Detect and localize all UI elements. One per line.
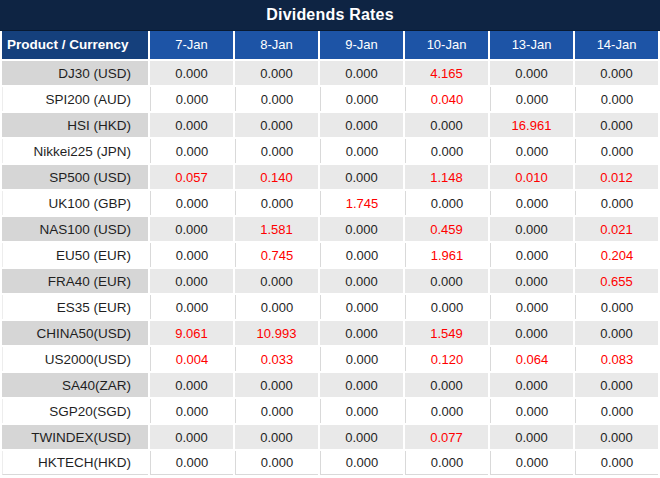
- value-cell: 0.040: [405, 87, 488, 111]
- table-row: ES35 (EUR)0.0000.0000.0000.0000.0000.000: [2, 295, 658, 319]
- value-cell: 0.000: [405, 451, 488, 475]
- rates-table: DJ30 (USD)0.0000.0000.0004.1650.0000.000…: [0, 59, 660, 477]
- value-cell: 0.000: [575, 139, 658, 163]
- value-cell: 0.000: [490, 373, 573, 397]
- rates-table-body: DJ30 (USD)0.0000.0000.0004.1650.0000.000…: [2, 61, 658, 475]
- value-cell: 0.000: [320, 61, 403, 85]
- value-cell: 0.000: [150, 217, 233, 241]
- product-cell: Nikkei225 (JPN): [2, 139, 148, 163]
- value-cell: 0.000: [490, 139, 573, 163]
- value-cell: 0.000: [235, 191, 318, 215]
- value-cell: 0.000: [235, 295, 318, 319]
- table-row: TWINDEX(USD)0.0000.0000.0000.0770.0000.0…: [2, 425, 658, 449]
- value-cell: 1.581: [235, 217, 318, 241]
- table-row: SP500 (USD)0.0570.1400.0001.1480.0100.01…: [2, 165, 658, 189]
- value-cell: 0.000: [235, 269, 318, 293]
- value-cell: 0.000: [235, 399, 318, 423]
- table-row: Nikkei225 (JPN)0.0000.0000.0000.0000.000…: [2, 139, 658, 163]
- value-cell: 0.000: [235, 61, 318, 85]
- value-cell: 0.000: [490, 451, 573, 475]
- value-cell: 0.000: [320, 347, 403, 371]
- value-cell: 0.000: [150, 425, 233, 449]
- value-cell: 0.000: [575, 425, 658, 449]
- value-cell: 0.000: [320, 269, 403, 293]
- value-cell: 0.000: [320, 139, 403, 163]
- table-row: HKTECH(HKD)0.0000.0000.0000.0000.0000.00…: [2, 451, 658, 475]
- value-cell: 0.000: [235, 139, 318, 163]
- product-cell: SA40(ZAR): [2, 373, 148, 397]
- value-cell: 0.120: [405, 347, 488, 371]
- value-cell: 0.000: [575, 295, 658, 319]
- value-cell: 0.000: [320, 451, 403, 475]
- product-cell: US2000(USD): [2, 347, 148, 371]
- value-cell: 0.000: [150, 113, 233, 137]
- product-cell: SPI200 (AUD): [2, 87, 148, 111]
- value-cell: 0.000: [490, 269, 573, 293]
- value-cell: 0.000: [320, 321, 403, 345]
- value-cell: 16.961: [490, 113, 573, 137]
- product-cell: HKTECH(HKD): [2, 451, 148, 475]
- value-cell: 0.021: [575, 217, 658, 241]
- table-row: FRA40 (EUR)0.0000.0000.0000.0000.0000.65…: [2, 269, 658, 293]
- value-cell: 0.000: [150, 295, 233, 319]
- value-cell: 0.000: [575, 451, 658, 475]
- page-title: Dividends Rates: [266, 6, 393, 23]
- value-cell: 1.148: [405, 165, 488, 189]
- value-cell: 0.000: [320, 217, 403, 241]
- date-header: 10-Jan: [405, 31, 488, 59]
- value-cell: 0.000: [575, 191, 658, 215]
- value-cell: 0.000: [150, 61, 233, 85]
- table-row: DJ30 (USD)0.0000.0000.0004.1650.0000.000: [2, 61, 658, 85]
- value-cell: 0.000: [575, 373, 658, 397]
- value-cell: 0.000: [150, 139, 233, 163]
- value-cell: 0.000: [405, 269, 488, 293]
- value-cell: 0.000: [490, 217, 573, 241]
- dividends-rates-table: Dividends Rates Product / Currency 7-Jan…: [0, 0, 660, 477]
- value-cell: 0.000: [405, 399, 488, 423]
- value-cell: 0.000: [405, 295, 488, 319]
- product-cell: EU50 (EUR): [2, 243, 148, 267]
- value-cell: 0.000: [320, 243, 403, 267]
- value-cell: 0.000: [235, 87, 318, 111]
- date-header: 9-Jan: [320, 31, 403, 59]
- value-cell: 0.000: [575, 61, 658, 85]
- value-cell: 0.000: [490, 425, 573, 449]
- table-row: EU50 (EUR)0.0000.7450.0001.9610.0000.204: [2, 243, 658, 267]
- value-cell: 0.000: [150, 451, 233, 475]
- value-cell: 0.012: [575, 165, 658, 189]
- product-cell: TWINDEX(USD): [2, 425, 148, 449]
- value-cell: 0.000: [150, 399, 233, 423]
- value-cell: 10.993: [235, 321, 318, 345]
- value-cell: 0.000: [575, 321, 658, 345]
- value-cell: 0.000: [320, 373, 403, 397]
- value-cell: 0.000: [235, 113, 318, 137]
- value-cell: 0.000: [575, 113, 658, 137]
- value-cell: 1.745: [320, 191, 403, 215]
- value-cell: 0.000: [405, 139, 488, 163]
- value-cell: 0.000: [490, 191, 573, 215]
- value-cell: 0.459: [405, 217, 488, 241]
- product-cell: DJ30 (USD): [2, 61, 148, 85]
- title-bar: Dividends Rates: [0, 0, 660, 31]
- table-row: HSI (HKD)0.0000.0000.0000.00016.9610.000: [2, 113, 658, 137]
- date-header: 14-Jan: [575, 31, 658, 59]
- product-cell: UK100 (GBP): [2, 191, 148, 215]
- value-cell: 0.000: [575, 399, 658, 423]
- value-cell: 0.000: [405, 373, 488, 397]
- table-row: UK100 (GBP)0.0000.0001.7450.0000.0000.00…: [2, 191, 658, 215]
- value-cell: 9.061: [150, 321, 233, 345]
- value-cell: 0.000: [320, 165, 403, 189]
- value-cell: 0.000: [235, 451, 318, 475]
- value-cell: 0.000: [150, 87, 233, 111]
- value-cell: 0.064: [490, 347, 573, 371]
- product-cell: NAS100 (USD): [2, 217, 148, 241]
- product-currency-header: Product / Currency: [2, 31, 148, 59]
- value-cell: 0.000: [320, 425, 403, 449]
- table-row: NAS100 (USD)0.0001.5810.0000.4590.0000.0…: [2, 217, 658, 241]
- value-cell: 0.004: [150, 347, 233, 371]
- table-row: SA40(ZAR)0.0000.0000.0000.0000.0000.000: [2, 373, 658, 397]
- value-cell: 0.000: [235, 425, 318, 449]
- date-header: 13-Jan: [490, 31, 573, 59]
- value-cell: 0.000: [490, 399, 573, 423]
- value-cell: 0.204: [575, 243, 658, 267]
